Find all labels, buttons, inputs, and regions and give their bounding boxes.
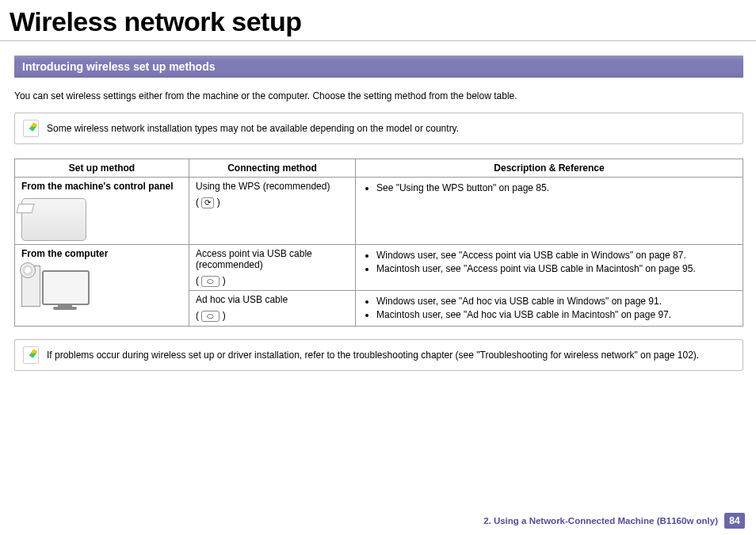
desc-ap-mac: Macintosh user, see "Access point via US…	[376, 263, 736, 274]
wps-button-icon: ⟳	[201, 197, 214, 208]
setup-methods-table: Set up method Connecting method Descript…	[14, 159, 743, 327]
page-number-badge: 84	[724, 513, 745, 529]
usb-ap-button-paren: ( ⬭ )	[196, 275, 349, 287]
note-box-troubleshoot: If problems occur during wireless set up…	[14, 339, 743, 371]
cell-desc-ap: Windows user, see "Access point via USB …	[356, 245, 743, 291]
note-box-availability: Some wireless network installation types…	[14, 113, 743, 144]
page-content: Introducing wireless set up methods You …	[0, 41, 756, 371]
usb-device-icon: ⬭	[201, 311, 220, 322]
page-footer: 2. Using a Network-Connected Machine (B1…	[483, 513, 745, 529]
connect-wps-text: Using the WPS (recommended)	[196, 181, 349, 192]
cell-connect-wps: Using the WPS (recommended) ( ⟳ )	[189, 178, 356, 245]
printer-icon	[21, 198, 86, 241]
wps-button-paren: ( ⟳ )	[196, 197, 349, 208]
usb-device-icon: ⬭	[201, 276, 220, 287]
connect-ap-text: Access point via USB cable (recommended)	[196, 248, 349, 270]
desc-wps-ref: See "Using the WPS button" on page 85.	[376, 182, 736, 193]
cell-setup-machine: From the machine's control panel	[15, 178, 189, 245]
table-header-row: Set up method Connecting method Descript…	[15, 159, 743, 178]
th-desc: Description & Reference	[356, 159, 743, 178]
cell-setup-computer: From the computer	[15, 245, 189, 327]
note-text: Some wireless network installation types…	[47, 123, 459, 134]
cell-connect-adhoc: Ad hoc via USB cable ( ⬭ )	[189, 291, 356, 327]
cell-connect-ap: Access point via USB cable (recommended)…	[189, 245, 356, 291]
note-text-troubleshoot: If problems occur during wireless set up…	[47, 350, 699, 361]
setup-computer-label: From the computer	[21, 248, 182, 259]
desc-adhoc-win: Windows user, see "Ad hoc via USB cable …	[376, 296, 736, 307]
cell-desc-adhoc: Windows user, see "Ad hoc via USB cable …	[356, 291, 743, 327]
page-title: Wireless network setup	[10, 6, 756, 37]
desc-ap-win: Windows user, see "Access point via USB …	[376, 250, 736, 261]
usb-adhoc-button-paren: ( ⬭ )	[196, 310, 349, 322]
intro-text: You can set wireless settings either fro…	[14, 90, 743, 101]
connect-adhoc-text: Ad hoc via USB cable	[196, 294, 349, 305]
desc-adhoc-mac: Macintosh user, see "Ad hoc via USB cabl…	[376, 309, 736, 320]
setup-machine-label: From the machine's control panel	[21, 181, 182, 192]
table-row: From the computer Access point via USB c…	[15, 245, 743, 291]
th-connect: Connecting method	[189, 159, 356, 178]
table-row: From the machine's control panel Using t…	[15, 178, 743, 245]
computer-icon	[21, 266, 90, 315]
th-setup: Set up method	[15, 159, 189, 178]
cell-desc-wps: See "Using the WPS button" on page 85.	[356, 178, 743, 245]
footer-chapter: 2. Using a Network-Connected Machine (B1…	[483, 516, 718, 525]
pencil-note-icon	[23, 120, 39, 137]
pencil-note-icon	[23, 346, 39, 364]
section-heading: Introducing wireless set up methods	[14, 55, 743, 78]
